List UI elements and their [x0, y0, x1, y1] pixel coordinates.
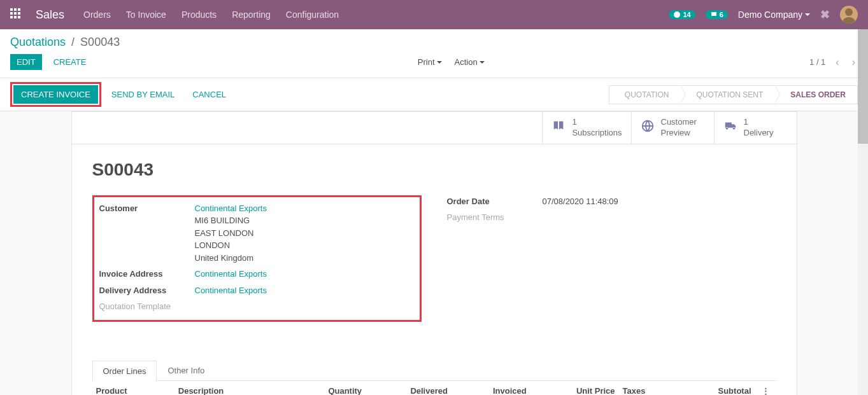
- customer-link[interactable]: Continental Exports: [195, 204, 267, 213]
- svg-point-0: [845, 8, 853, 16]
- th-product[interactable]: Product: [92, 381, 174, 395]
- status-steps: QUOTATION QUOTATION SENT SALES ORDER: [609, 85, 858, 104]
- breadcrumb-current: S00043: [80, 36, 120, 48]
- cancel-button[interactable]: CANCEL: [185, 85, 234, 104]
- pager-prev[interactable]: ‹: [833, 57, 841, 68]
- label-quotation-template: Quotation Template: [99, 300, 195, 311]
- menu-orders[interactable]: Orders: [83, 10, 111, 20]
- label-invoice-address: Invoice Address: [99, 268, 195, 281]
- th-delivered[interactable]: Delivered: [366, 381, 452, 395]
- create-button[interactable]: CREATE: [47, 54, 93, 70]
- tab-order-lines[interactable]: Order Lines: [92, 361, 157, 381]
- create-invoice-button[interactable]: CREATE INVOICE: [13, 85, 98, 104]
- menu-reporting[interactable]: Reporting: [232, 10, 271, 20]
- tab-other-info[interactable]: Other Info: [157, 360, 215, 380]
- addr-line: United Kingdom: [195, 253, 254, 263]
- invoice-address-link[interactable]: Continental Exports: [195, 269, 267, 279]
- stat-delivery[interactable]: 1 Delivery: [714, 112, 797, 144]
- chat-icon: [710, 11, 718, 18]
- apps-icon[interactable]: [10, 8, 23, 21]
- addr-line: EAST LONDON: [195, 228, 254, 238]
- status-quotation-sent[interactable]: QUOTATION SENT: [680, 85, 774, 104]
- debug-close-icon[interactable]: ✖: [820, 8, 830, 22]
- activity-badge[interactable]: 14: [669, 10, 695, 19]
- control-panel: Quotations / S00043 EDIT CREATE Print Ac…: [0, 29, 868, 78]
- stat-customer-preview[interactable]: Customer Preview: [631, 112, 714, 144]
- stat-button-box: 1 Subscriptions Customer Preview 1: [72, 112, 797, 144]
- th-unit-price[interactable]: Unit Price: [530, 381, 619, 395]
- chevron-down-icon: [480, 61, 485, 64]
- send-by-email-button[interactable]: SEND BY EMAIL: [104, 85, 182, 104]
- label-customer: Customer: [99, 202, 195, 265]
- chevron-down-icon: [437, 61, 442, 64]
- th-taxes[interactable]: Taxes: [619, 381, 678, 395]
- label-order-date: Order Date: [447, 195, 543, 208]
- print-dropdown[interactable]: Print: [418, 57, 442, 67]
- messages-badge[interactable]: 6: [706, 10, 728, 19]
- label-payment-terms: Payment Terms: [447, 211, 543, 222]
- menu-to-invoice[interactable]: To Invoice: [126, 10, 166, 20]
- status-quotation[interactable]: QUOTATION: [609, 85, 681, 104]
- pager-text: 1 / 1: [809, 57, 825, 67]
- svg-point-1: [843, 17, 855, 24]
- truck-icon: [723, 119, 737, 136]
- edit-button[interactable]: EDIT: [10, 54, 42, 70]
- pager-next[interactable]: ›: [850, 57, 858, 68]
- addr-line: LONDON: [195, 240, 231, 250]
- th-quantity[interactable]: Quantity: [287, 381, 366, 395]
- breadcrumb: Quotations / S00043: [0, 29, 868, 49]
- main-menu: Orders To Invoice Products Reporting Con…: [83, 10, 669, 20]
- status-sales-order[interactable]: SALES ORDER: [774, 85, 858, 104]
- clock-icon: [673, 11, 681, 18]
- breadcrumb-parent[interactable]: Quotations: [10, 36, 66, 48]
- order-date-value: 07/08/2020 11:48:09: [543, 195, 776, 208]
- menu-configuration[interactable]: Configuration: [286, 10, 339, 20]
- scrollbar-thumb[interactable]: [858, 29, 868, 144]
- delivery-address-link[interactable]: Continental Exports: [195, 286, 267, 295]
- book-icon: [551, 119, 566, 136]
- addr-line: MI6 BUILDING: [195, 216, 250, 225]
- user-avatar[interactable]: [840, 6, 858, 24]
- tab-nav: Order Lines Other Info: [92, 360, 776, 381]
- th-invoiced[interactable]: Invoiced: [452, 381, 530, 395]
- globe-icon: [641, 119, 655, 136]
- record-title: S00043: [92, 160, 776, 180]
- app-brand[interactable]: Sales: [36, 8, 64, 22]
- status-bar: CREATE INVOICE SEND BY EMAIL CANCEL QUOT…: [0, 78, 868, 111]
- chevron-down-icon: [805, 13, 810, 16]
- th-subtotal[interactable]: Subtotal: [677, 381, 755, 395]
- order-lines-table: Product Description Quantity Delivered I…: [92, 381, 776, 395]
- highlight-box-create-invoice: CREATE INVOICE: [10, 82, 101, 107]
- form-background: 1 Subscriptions Customer Preview 1: [0, 111, 868, 395]
- top-navbar: Sales Orders To Invoice Products Reporti…: [0, 0, 868, 29]
- company-selector[interactable]: Demo Company: [738, 10, 810, 20]
- action-dropdown[interactable]: Action: [455, 57, 485, 67]
- menu-products[interactable]: Products: [181, 10, 217, 20]
- form-sheet: 1 Subscriptions Customer Preview 1: [71, 111, 797, 395]
- label-delivery-address: Delivery Address: [99, 284, 195, 297]
- th-description[interactable]: Description: [174, 381, 287, 395]
- highlight-box-customer: Customer Continental Exports MI6 BUILDIN…: [92, 195, 422, 322]
- kebab-icon[interactable]: ⋮: [759, 386, 772, 395]
- stat-subscriptions[interactable]: 1 Subscriptions: [542, 112, 630, 144]
- scrollbar[interactable]: [858, 29, 868, 395]
